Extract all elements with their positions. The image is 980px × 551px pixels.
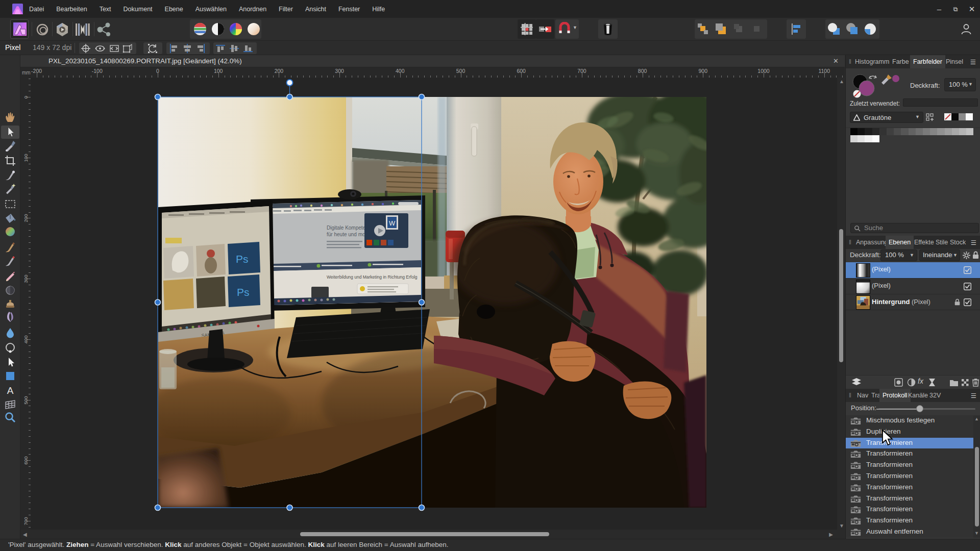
svg-text:A: A xyxy=(7,385,14,396)
